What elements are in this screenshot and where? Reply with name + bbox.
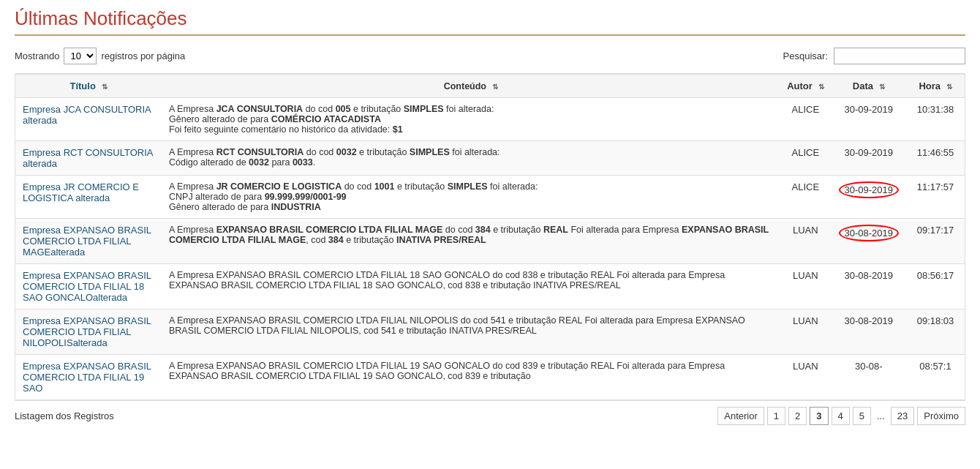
cell-titulo[interactable]: Empresa RCT CONSULTORIA alterada	[15, 141, 162, 176]
circled-date: 30-08-2019	[839, 225, 900, 241]
notifications-table: Título ⇅ Conteúdo ⇅ Autor ⇅ Data ⇅ Hora	[15, 74, 965, 400]
cell-autor: ALICE	[780, 98, 831, 141]
col-header-hora[interactable]: Hora ⇅	[906, 75, 965, 98]
pagination-page-2[interactable]: 2	[788, 407, 807, 425]
sort-arrows-conteudo: ⇅	[492, 83, 498, 91]
cell-titulo[interactable]: Empresa JR COMERCIO E LOGISTICA alterada	[15, 176, 162, 219]
col-header-titulo[interactable]: Título ⇅	[15, 75, 162, 98]
cell-autor: LUAN	[780, 355, 831, 400]
search-label: Pesquisar:	[783, 50, 828, 61]
pagination-page-5[interactable]: 5	[853, 407, 871, 425]
controls-bar: Mostrando 10 25 50 registros por página …	[15, 48, 965, 64]
cell-hora: 11:46:55	[906, 141, 965, 176]
pagination-page-23[interactable]: 23	[891, 407, 914, 425]
per-page-label: registros por página	[101, 50, 185, 61]
cell-autor: LUAN	[780, 264, 831, 309]
cell-hora: 10:31:38	[906, 98, 965, 141]
sort-arrows-titulo: ⇅	[102, 83, 108, 91]
footer-bar: Listagem dos Registros Anterior 1 2 3 4 …	[15, 407, 965, 425]
footer-list-label: Listagem dos Registros	[15, 410, 114, 421]
cell-data: 30-08-	[832, 355, 907, 400]
pagination-page-4[interactable]: 4	[832, 407, 850, 425]
table-row: Empresa EXPANSAO BRASIL COMERCIO LTDA FI…	[15, 309, 965, 355]
cell-hora: 08:57:1	[906, 355, 965, 400]
col-header-data[interactable]: Data ⇅	[832, 75, 907, 98]
table-row: Empresa JCA CONSULTORIA alteradaA Empres…	[15, 98, 965, 141]
cell-conteudo: A Empresa EXPANSAO BRASIL COMERCIO LTDA …	[162, 309, 780, 355]
cell-titulo[interactable]: Empresa EXPANSAO BRASIL COMERCIO LTDA FI…	[15, 355, 162, 400]
search-input[interactable]	[834, 48, 965, 64]
per-page-select[interactable]: 10 25 50	[64, 48, 97, 64]
cell-data: 30-09-2019	[832, 98, 907, 141]
cell-titulo[interactable]: Empresa EXPANSAO BRASIL COMERCIO LTDA FI…	[15, 264, 162, 309]
cell-hora: 09:17:17	[906, 219, 965, 264]
cell-hora: 08:56:17	[906, 264, 965, 309]
table-container: Título ⇅ Conteúdo ⇅ Autor ⇅ Data ⇅ Hora	[15, 73, 965, 401]
cell-titulo[interactable]: Empresa EXPANSAO BRASIL COMERCIO LTDA FI…	[15, 309, 162, 355]
cell-conteudo: A Empresa JCA CONSULTORIA do cod 005 e t…	[162, 98, 780, 141]
sort-arrows-hora: ⇅	[946, 83, 952, 91]
cell-data: 30-09-2019	[832, 176, 907, 219]
pagination-page-1[interactable]: 1	[767, 407, 785, 425]
cell-conteudo: A Empresa EXPANSAO BRASIL COMERCIO LTDA …	[162, 219, 780, 264]
table-row: Empresa EXPANSAO BRASIL COMERCIO LTDA FI…	[15, 355, 965, 400]
cell-data: 30-08-2019	[832, 309, 907, 355]
cell-data: 30-08-2019	[832, 264, 907, 309]
cell-conteudo: A Empresa EXPANSAO BRASIL COMERCIO LTDA …	[162, 355, 780, 400]
cell-hora: 09:18:03	[906, 309, 965, 355]
cell-autor: LUAN	[780, 219, 831, 264]
search-control: Pesquisar:	[783, 48, 965, 64]
cell-autor: LUAN	[780, 309, 831, 355]
table-row: Empresa EXPANSAO BRASIL COMERCIO LTDA FI…	[15, 264, 965, 309]
col-header-conteudo[interactable]: Conteúdo ⇅	[162, 75, 780, 98]
cell-data: 30-09-2019	[832, 141, 907, 176]
pagination-ellipsis: ...	[874, 408, 888, 424]
cell-titulo[interactable]: Empresa JCA CONSULTORIA alterada	[15, 98, 162, 141]
table-header-row: Título ⇅ Conteúdo ⇅ Autor ⇅ Data ⇅ Hora	[15, 75, 965, 98]
table-row: Empresa EXPANSAO BRASIL COMERCIO LTDA FI…	[15, 219, 965, 264]
cell-hora: 11:17:57	[906, 176, 965, 219]
pagination-page-3[interactable]: 3	[810, 407, 828, 425]
cell-data: 30-08-2019	[832, 219, 907, 264]
sort-arrows-autor: ⇅	[818, 83, 824, 91]
cell-conteudo: A Empresa RCT CONSULTORIA do cod 0032 e …	[162, 141, 780, 176]
circled-date: 30-09-2019	[839, 181, 900, 198]
cell-autor: ALICE	[780, 141, 831, 176]
pagination: Anterior 1 2 3 4 5 ... 23 Próximo	[717, 407, 965, 425]
col-header-autor[interactable]: Autor ⇅	[780, 75, 831, 98]
sort-arrows-data: ⇅	[879, 83, 885, 91]
showing-label: Mostrando	[15, 50, 59, 61]
cell-conteudo: A Empresa JR COMERCIO E LOGISTICA do cod…	[162, 176, 780, 219]
page-title: Últimas Notificações	[15, 7, 965, 36]
cell-titulo[interactable]: Empresa EXPANSAO BRASIL COMERCIO LTDA FI…	[15, 219, 162, 264]
pagination-previous[interactable]: Anterior	[717, 407, 764, 425]
table-row: Empresa RCT CONSULTORIA alteradaA Empres…	[15, 141, 965, 176]
table-row: Empresa JR COMERCIO E LOGISTICA alterada…	[15, 176, 965, 219]
per-page-control: Mostrando 10 25 50 registros por página	[15, 48, 185, 64]
cell-autor: ALICE	[780, 176, 831, 219]
pagination-next[interactable]: Próximo	[917, 407, 965, 425]
cell-conteudo: A Empresa EXPANSAO BRASIL COMERCIO LTDA …	[162, 264, 780, 309]
